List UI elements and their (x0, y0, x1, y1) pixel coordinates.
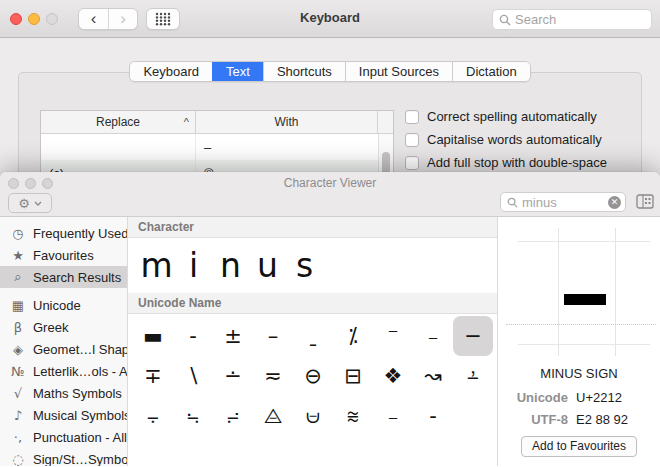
diamond-icon: ◈ (9, 342, 27, 357)
character-viewer-titlebar: Character Viewer ⚙ minus ✕ (0, 172, 660, 217)
glyph-cell[interactable]: ⁒ (333, 316, 373, 356)
sidebar-item-label: Letterlik…ols - All (33, 364, 128, 379)
info-label: UTF-8 (498, 412, 568, 427)
sidebar-item-sign-st-symbols[interactable]: ◌Sign/St…Symbols (0, 448, 127, 466)
sidebar-item-label: Frequently Used (33, 226, 128, 241)
glyph-cell[interactable]: ∸ (213, 356, 253, 396)
glyph-cell[interactable]: ⊖ (293, 356, 333, 396)
glyph-cell[interactable]: ⨪ (133, 396, 173, 436)
glyph-cell[interactable]: - (173, 316, 213, 356)
checkbox-unchecked[interactable] (405, 133, 419, 147)
glyph-cell[interactable]: ∓ (133, 356, 173, 396)
sidebar-item-label: Greek (33, 320, 68, 335)
glyph-cell[interactable]: ⁻ (373, 316, 413, 356)
glyph-cell[interactable]: ▬ (133, 316, 173, 356)
sidebar-item-unicode[interactable]: ▦Unicode (0, 294, 127, 316)
character-result-n[interactable]: n (212, 246, 249, 285)
glyph-cell[interactable]: ⨫ (173, 396, 213, 436)
sidebar-item-label: Favourites (33, 248, 94, 263)
character-search-field[interactable]: minus ✕ (500, 192, 626, 212)
glyph-cell[interactable]: ₋ (413, 316, 453, 356)
glyph-cell[interactable]: ⨬ (213, 396, 253, 436)
with-cell: – (196, 134, 378, 160)
glyph-cell[interactable]: ≂ (253, 356, 293, 396)
clock-icon: ◷ (9, 226, 27, 241)
sidebar-item-label: Musical Symbols (33, 408, 128, 423)
sidebar-item-greek[interactable]: βGreek (0, 316, 127, 338)
info-row: UnicodeU+2212 (498, 390, 660, 405)
sidebar-item-musical-symbols[interactable]: ♪Musical Symbols (0, 404, 127, 426)
clear-search-button[interactable]: ✕ (608, 196, 621, 209)
tab-text[interactable]: Text (212, 62, 263, 81)
glyph-cell[interactable]: – (253, 316, 293, 356)
sidebar-item-search-results[interactable]: ⌕Search Results (0, 266, 127, 288)
glyph-cell[interactable]: ⩁ (293, 396, 333, 436)
info-value: U+2212 (576, 390, 622, 405)
tab-input-sources[interactable]: Input Sources (345, 62, 452, 81)
table-row[interactable]: – (41, 134, 378, 160)
checkbox-label: Capitalise words automatically (427, 132, 602, 147)
dotted-circle-icon: ◌ (9, 452, 27, 467)
search-icon (499, 14, 511, 26)
glyph-cell[interactable]: ❖ (373, 356, 413, 396)
sidebar-item-letterlik-ols-all[interactable]: №Letterlik…ols - All (0, 360, 127, 382)
glyph-cell[interactable]: ⨺ (253, 396, 293, 436)
glyph-cell[interactable]: - (413, 396, 453, 436)
checkbox-unchecked[interactable] (405, 110, 419, 124)
search-query: minus (522, 195, 604, 210)
glyph-cell[interactable]: ∖ (173, 356, 213, 396)
checkbox-row: Correct spelling automatically (405, 105, 607, 128)
glyph-cell[interactable]: ⩬ (333, 396, 373, 436)
gear-icon: ⚙ (18, 197, 30, 210)
screen: ‹ › Keyboard Searc (0, 0, 660, 467)
magnifier-icon: ⌕ (9, 269, 27, 285)
glyph-cell[interactable]: ˍ (293, 316, 333, 356)
character-palette-icon[interactable] (636, 194, 654, 209)
tab-shortcuts[interactable]: Shortcuts (263, 62, 345, 81)
glyph-cell[interactable]: ⨩ (453, 356, 493, 396)
search-placeholder: Search (515, 12, 556, 27)
glyph-cell-selected-minus-sign[interactable]: − (453, 316, 493, 356)
music-note-icon: ♪ (9, 408, 27, 423)
character-result-s[interactable]: s (286, 246, 323, 285)
sidebar-item-geomet-l-shapes[interactable]: ◈Geomet…l Shapes (0, 338, 127, 360)
sidebar-item-label: Geomet…l Shapes (33, 342, 128, 357)
info-label: Unicode (498, 390, 568, 405)
table-header: Replace ^ With (41, 111, 393, 134)
sidebar-item-punctuation-all[interactable]: ·,Punctuation - All (0, 426, 127, 448)
checkbox-label: Add full stop with double-space (427, 155, 607, 170)
character-detail-pane: MINUS SIGN UnicodeU+2212UTF-8E2 88 92 Ad… (498, 217, 660, 466)
sidebar-item-favourites[interactable]: ★Favourites (0, 244, 127, 266)
glyph-preview-minus-sign (564, 294, 606, 305)
replace-header-label: Replace (96, 115, 140, 129)
action-menu-button[interactable]: ⚙ (8, 193, 52, 213)
sidebar-item-label: Search Results (33, 270, 121, 285)
preferences-search-field[interactable]: Search (492, 9, 652, 30)
glyph-row: ∓∖∸≂⊖⊟❖↝⨩ (133, 356, 497, 396)
glyph-guide-right (615, 228, 616, 356)
panel-title: Character Viewer (0, 176, 660, 190)
character-info: UnicodeU+2212UTF-8E2 88 92 (498, 390, 660, 434)
sidebar-item-maths-symbols[interactable]: √Maths Symbols (0, 382, 127, 404)
column-header-with[interactable]: With (196, 111, 378, 133)
character-result-m[interactable]: m (138, 246, 175, 285)
glyph-cell[interactable]: ₋ (373, 396, 413, 436)
checkbox-row: Capitalise words automatically (405, 128, 607, 151)
categories-sidebar: ◷Frequently Used★Favourites⌕Search Resul… (0, 217, 128, 466)
glyph-cell[interactable]: ⊟ (333, 356, 373, 396)
column-header-replace[interactable]: Replace ^ (41, 111, 196, 133)
star-icon: ★ (9, 248, 27, 263)
sidebar-group: ▦UnicodeβGreek◈Geomet…l Shapes№Letterlik… (0, 294, 127, 466)
character-result-u[interactable]: u (249, 246, 286, 285)
glyph-cell[interactable]: ↝ (413, 356, 453, 396)
add-to-favourites-button[interactable]: Add to Favourites (521, 436, 637, 457)
glyph-cell[interactable]: ± (213, 316, 253, 356)
character-result-i[interactable]: i (175, 246, 212, 285)
character-results-row: minus (128, 238, 497, 293)
sidebar-item-frequently-used[interactable]: ◷Frequently Used (0, 222, 127, 244)
checkbox-row: Add full stop with double-space (405, 151, 607, 174)
glyph-guide-top (518, 241, 650, 242)
checkbox-unchecked[interactable] (405, 156, 419, 170)
tab-keyboard[interactable]: Keyboard (130, 62, 212, 81)
tab-dictation[interactable]: Dictation (452, 62, 530, 81)
